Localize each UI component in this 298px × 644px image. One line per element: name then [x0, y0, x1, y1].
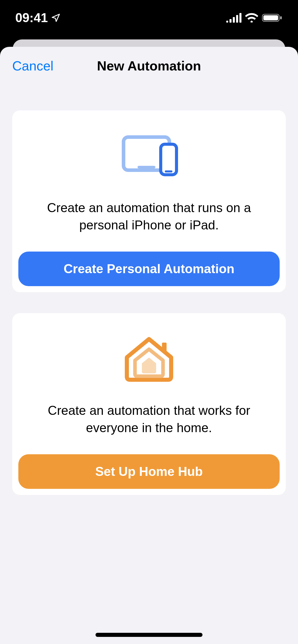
home-automation-card: Create an automation that works for ever… [12, 313, 286, 495]
svg-rect-8 [162, 343, 167, 352]
battery-icon [262, 13, 283, 23]
set-up-home-hub-button[interactable]: Set Up Home Hub [18, 454, 280, 489]
svg-rect-5 [161, 144, 177, 175]
wifi-icon [245, 13, 258, 23]
home-automation-description: Create an automation that works for ever… [18, 402, 280, 436]
cellular-signal-icon [226, 13, 241, 23]
content-area: Create an automation that runs on a pers… [0, 85, 298, 495]
nav-bar: Cancel New Automation [0, 47, 298, 85]
personal-automation-description: Create an automation that runs on a pers… [18, 199, 280, 234]
home-icon [122, 333, 176, 384]
create-personal-automation-button[interactable]: Create Personal Automation [18, 252, 280, 286]
status-time: 09:41 [15, 10, 48, 25]
status-bar: 09:41 [0, 0, 298, 36]
svg-rect-1 [263, 15, 278, 20]
svg-rect-2 [280, 16, 282, 19]
home-indicator[interactable] [96, 633, 202, 637]
status-left: 09:41 [15, 10, 61, 25]
location-icon [51, 13, 61, 23]
personal-automation-card: Create an automation that runs on a pers… [12, 110, 286, 292]
cancel-button[interactable]: Cancel [12, 58, 53, 74]
modal-sheet: Cancel New Automation Create an automati… [0, 47, 298, 644]
status-right [226, 13, 283, 23]
devices-icon [118, 131, 180, 182]
